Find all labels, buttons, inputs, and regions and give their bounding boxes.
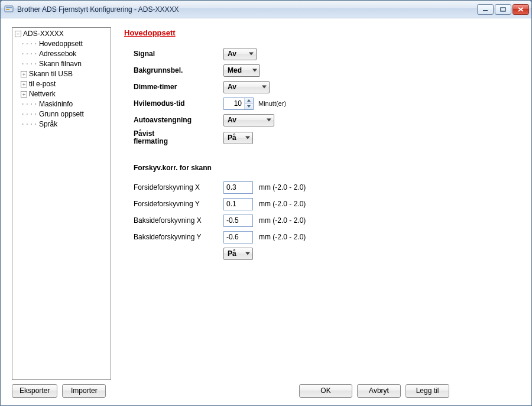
tree-item[interactable]: ····Språk	[21, 119, 111, 129]
collapse-icon[interactable]: −	[15, 31, 21, 37]
window-title: Brother ADS Fjernstyrt Konfigurering - A…	[17, 5, 477, 14]
tree-item-label: Skann til USB	[29, 69, 73, 79]
app-window: Brother ADS Fjernstyrt Konfigurering - A…	[0, 0, 532, 406]
label-front-y: Forsideforskyvning Y	[134, 200, 223, 208]
spinner-sleep[interactable]	[223, 98, 254, 110]
tree-item[interactable]: ····Adressebok	[21, 49, 111, 59]
tree-leaf-icon: ····	[21, 119, 38, 129]
hint-back-x: mm (-2.0 - 2.0)	[259, 216, 306, 225]
hint-front-y: mm (-2.0 - 2.0)	[259, 200, 306, 208]
tree-leaf-icon: ····	[21, 109, 38, 119]
minimize-button[interactable]	[477, 4, 494, 15]
tree-item[interactable]: +Skann til USB	[21, 69, 111, 79]
tree-item-label: Skann filnavn	[39, 59, 82, 69]
tree-leaf-icon: ····	[21, 39, 38, 49]
tree-item-label: Adressebok	[39, 49, 76, 59]
spin-up[interactable]	[245, 98, 253, 104]
label-backlight: Bakgrunnsbel.	[134, 66, 223, 74]
chevron-down-icon	[262, 86, 267, 89]
label-back-x: Baksideforskyvning X	[134, 216, 223, 225]
cancel-button[interactable]: Avbryt	[357, 384, 401, 398]
label-signal: Signal	[134, 50, 223, 58]
select-backlight-value: Med	[228, 66, 242, 74]
select-dimtimer-value: Av	[228, 83, 236, 91]
ok-button[interactable]: OK	[299, 384, 352, 398]
chevron-down-icon	[252, 69, 257, 72]
chevron-down-icon	[249, 53, 254, 56]
tree-leaf-icon: ····	[21, 59, 38, 69]
tree-item-label: Nettverk	[29, 89, 56, 99]
client-area: − ADS-XXXXX ····Hovedoppsett····Adresseb…	[1, 18, 531, 405]
page-title: Hovedoppsett	[124, 28, 524, 37]
input-sleep[interactable]	[224, 98, 244, 109]
svg-rect-1	[6, 7, 12, 8]
hint-back-y: mm (-2.0 - 2.0)	[259, 233, 306, 241]
hint-front-x: mm (-2.0 - 2.0)	[259, 183, 306, 191]
select-multifeed-value: På	[228, 134, 236, 142]
titlebar: Brother ADS Fjernstyrt Konfigurering - A…	[1, 1, 531, 18]
section-offset: Forskyv.korr. for skann	[124, 164, 524, 172]
tree-item[interactable]: ····Maskininfo	[21, 99, 111, 109]
chevron-down-icon	[245, 252, 250, 255]
tree-item[interactable]: +til e-post	[21, 79, 111, 89]
label-front-x: Forsideforskyvning X	[134, 183, 223, 191]
content: − ADS-XXXXX ····Hovedoppsett····Adresseb…	[1, 19, 531, 380]
app-icon	[4, 5, 14, 14]
tree-item-label: til e-post	[29, 79, 56, 89]
input-front-y[interactable]	[223, 198, 253, 210]
spin-down[interactable]	[245, 104, 253, 109]
chevron-down-icon	[245, 137, 250, 139]
window-buttons	[477, 4, 529, 15]
label-multifeed: Påvistflermating	[134, 130, 223, 145]
export-button[interactable]: Eksporter	[12, 384, 57, 398]
label-sleep: Hvilemodus-tid	[134, 99, 223, 108]
tree-item[interactable]: ····Skann filnavn	[21, 59, 111, 69]
select-autooff[interactable]: Av	[223, 114, 274, 126]
tree-item[interactable]: +Nettverk	[21, 89, 111, 99]
chevron-down-icon	[267, 119, 271, 122]
expand-icon[interactable]: +	[21, 91, 27, 98]
select-signal-value: Av	[228, 50, 236, 58]
svg-rect-3	[483, 10, 488, 11]
settings-panel: Hovedoppsett Signal Av Bakgrunnsbel. Med	[124, 27, 524, 380]
tree-item[interactable]: ····Grunn oppsett	[21, 109, 111, 119]
tree-leaf-icon: ····	[21, 99, 38, 109]
maximize-button[interactable]	[495, 4, 511, 15]
import-button[interactable]: Importer	[62, 384, 106, 398]
bottom-bar: Eksporter Importer OK Avbryt Legg til	[1, 380, 531, 405]
spinner-buttons	[244, 98, 253, 109]
tree-item[interactable]: ····Hovedoppsett	[21, 39, 111, 49]
tree-root[interactable]: − ADS-XXXXX	[15, 29, 111, 39]
tree-item-label: Maskininfo	[39, 99, 73, 109]
svg-rect-4	[501, 8, 505, 11]
tree-item-label: Språk	[39, 119, 57, 129]
label-back-y: Baksideforskyvning Y	[134, 233, 223, 241]
tree-item-label: Grunn oppsett	[39, 109, 84, 119]
select-offset-enable[interactable]: På	[223, 248, 253, 260]
tree-leaf-icon: ····	[21, 49, 38, 59]
label-autooff: Autoavstengning	[134, 116, 223, 124]
close-button[interactable]	[512, 4, 529, 15]
tree-root-label: ADS-XXXXX	[23, 29, 64, 39]
svg-rect-2	[6, 9, 9, 10]
add-button[interactable]: Legg til	[406, 384, 449, 398]
select-backlight[interactable]: Med	[223, 64, 260, 77]
select-autooff-value: Av	[228, 116, 236, 124]
select-signal[interactable]: Av	[223, 48, 257, 60]
input-back-y[interactable]	[223, 231, 253, 243]
select-offset-enable-value: På	[228, 249, 236, 258]
label-dimtimer: Dimme-timer	[134, 83, 223, 91]
tree-item-label: Hovedoppsett	[39, 39, 83, 49]
triangle-down-icon	[247, 105, 251, 108]
nav-tree[interactable]: − ADS-XXXXX ····Hovedoppsett····Adresseb…	[12, 27, 111, 380]
expand-icon[interactable]: +	[21, 81, 27, 87]
triangle-up-icon	[247, 99, 251, 102]
input-back-x[interactable]	[223, 215, 253, 227]
expand-icon[interactable]: +	[21, 71, 27, 77]
unit-sleep: Minutt(er)	[258, 100, 286, 107]
select-multifeed[interactable]: På	[223, 132, 253, 144]
select-dimtimer[interactable]: Av	[223, 81, 270, 93]
input-front-x[interactable]	[223, 181, 253, 194]
